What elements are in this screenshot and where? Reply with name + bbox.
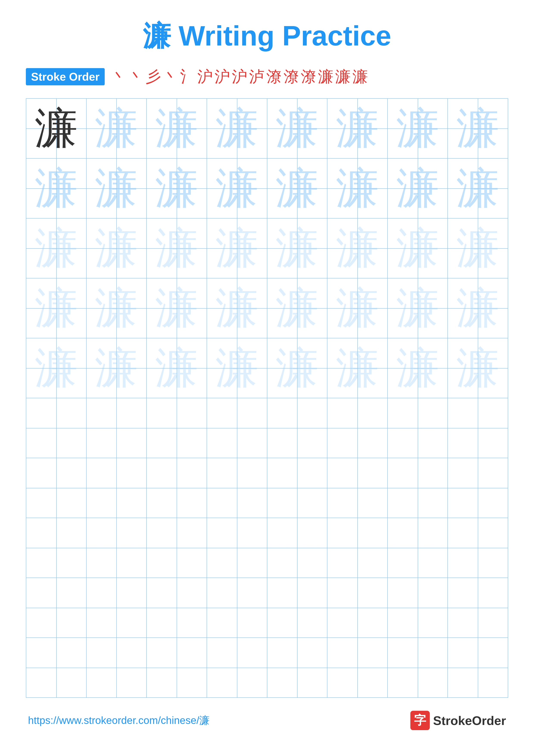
practice-char: 濂 <box>396 224 439 272</box>
grid-cell[interactable]: 濂 <box>207 218 267 278</box>
grid-cell[interactable] <box>87 638 147 698</box>
grid-cell[interactable]: 濂 <box>87 98 147 158</box>
grid-cell[interactable]: 濂 <box>388 98 448 158</box>
grid-cell[interactable] <box>267 638 327 698</box>
grid-cell[interactable] <box>87 578 147 638</box>
grid-cell[interactable]: 濂 <box>146 98 207 158</box>
practice-char: 濂 <box>275 164 318 212</box>
grid-cell[interactable]: 濂 <box>327 158 388 218</box>
practice-char: 濂 <box>336 224 379 272</box>
practice-char: 濂 <box>336 164 379 212</box>
grid-cell[interactable] <box>388 578 448 638</box>
practice-char: 濂 <box>275 224 318 272</box>
grid-cell[interactable] <box>26 518 87 578</box>
grid-cell[interactable]: 濂 <box>87 158 147 218</box>
grid-cell[interactable]: 濂 <box>26 278 87 338</box>
grid-cell[interactable]: 濂 <box>267 158 327 218</box>
grid-cell[interactable] <box>447 578 508 638</box>
grid-cell[interactable]: 濂 <box>327 338 388 398</box>
grid-cell[interactable] <box>207 518 267 578</box>
grid-cell[interactable]: 濂 <box>26 98 87 158</box>
grid-cell[interactable] <box>146 518 207 578</box>
grid-cell[interactable]: 濂 <box>146 158 207 218</box>
table-row <box>26 398 508 458</box>
grid-cell[interactable] <box>207 398 267 458</box>
grid-cell[interactable]: 濂 <box>388 338 448 398</box>
grid-cell[interactable]: 濂 <box>388 278 448 338</box>
grid-cell[interactable]: 濂 <box>327 218 388 278</box>
grid-cell[interactable] <box>447 398 508 458</box>
grid-cell[interactable]: 濂 <box>146 278 207 338</box>
footer-logo: 字 StrokeOrder <box>410 711 506 730</box>
grid-cell[interactable]: 濂 <box>327 98 388 158</box>
grid-cell[interactable]: 濂 <box>207 158 267 218</box>
grid-cell[interactable] <box>207 458 267 518</box>
grid-cell[interactable] <box>327 398 388 458</box>
grid-cell[interactable] <box>26 398 87 458</box>
grid-cell[interactable] <box>447 638 508 698</box>
grid-cell[interactable] <box>146 398 207 458</box>
grid-cell[interactable]: 濂 <box>447 218 508 278</box>
table-row <box>26 458 508 518</box>
grid-cell[interactable] <box>146 458 207 518</box>
practice-char: 濂 <box>456 284 499 332</box>
footer-url[interactable]: https://www.strokeorder.com/chinese/濂 <box>28 714 210 727</box>
table-row: 濂 濂 濂 濂 濂 濂 濂 濂 <box>26 158 508 218</box>
grid-cell[interactable] <box>327 578 388 638</box>
grid-cell[interactable] <box>87 518 147 578</box>
stroke-5: 氵 <box>180 69 195 85</box>
table-row: 濂 濂 濂 濂 濂 濂 濂 濂 <box>26 218 508 278</box>
grid-cell[interactable]: 濂 <box>26 338 87 398</box>
grid-cell[interactable] <box>207 638 267 698</box>
grid-cell[interactable] <box>267 518 327 578</box>
grid-cell[interactable] <box>388 458 448 518</box>
practice-char: 濂 <box>396 104 439 152</box>
grid-cell[interactable]: 濂 <box>447 158 508 218</box>
practice-char: 濂 <box>336 344 379 392</box>
grid-cell[interactable] <box>327 518 388 578</box>
grid-cell[interactable]: 濂 <box>87 338 147 398</box>
grid-cell[interactable] <box>388 398 448 458</box>
grid-cell[interactable] <box>388 518 448 578</box>
grid-cell[interactable] <box>327 638 388 698</box>
practice-char: 濂 <box>155 104 198 152</box>
grid-cell[interactable] <box>207 578 267 638</box>
grid-cell[interactable] <box>327 458 388 518</box>
grid-cell[interactable]: 濂 <box>267 338 327 398</box>
grid-cell[interactable]: 濂 <box>26 158 87 218</box>
grid-cell[interactable] <box>267 458 327 518</box>
grid-cell[interactable] <box>26 458 87 518</box>
grid-cell[interactable] <box>146 638 207 698</box>
grid-cell[interactable] <box>267 578 327 638</box>
grid-cell[interactable]: 濂 <box>267 218 327 278</box>
grid-cell[interactable] <box>87 398 147 458</box>
grid-cell[interactable]: 濂 <box>267 278 327 338</box>
grid-cell[interactable]: 濂 <box>207 278 267 338</box>
grid-cell[interactable] <box>267 398 327 458</box>
grid-cell[interactable]: 濂 <box>207 98 267 158</box>
table-row: 濂 濂 濂 濂 濂 濂 濂 濂 <box>26 98 508 158</box>
grid-cell[interactable]: 濂 <box>87 218 147 278</box>
grid-cell[interactable]: 濂 <box>447 98 508 158</box>
grid-cell[interactable] <box>146 578 207 638</box>
practice-char: 濂 <box>35 104 78 152</box>
grid-cell[interactable]: 濂 <box>207 338 267 398</box>
grid-cell[interactable]: 濂 <box>447 278 508 338</box>
grid-cell[interactable]: 濂 <box>267 98 327 158</box>
grid-cell[interactable]: 濂 <box>26 218 87 278</box>
grid-cell[interactable]: 濂 <box>388 158 448 218</box>
grid-cell[interactable]: 濂 <box>388 218 448 278</box>
grid-cell[interactable] <box>26 578 87 638</box>
practice-char: 濂 <box>396 344 439 392</box>
grid-cell[interactable]: 濂 <box>327 278 388 338</box>
grid-cell[interactable] <box>87 458 147 518</box>
grid-cell[interactable]: 濂 <box>146 218 207 278</box>
grid-cell[interactable] <box>447 458 508 518</box>
title-character: 濂 <box>143 20 171 51</box>
grid-cell[interactable] <box>26 638 87 698</box>
grid-cell[interactable] <box>388 638 448 698</box>
grid-cell[interactable]: 濂 <box>146 338 207 398</box>
grid-cell[interactable]: 濂 <box>447 338 508 398</box>
grid-cell[interactable]: 濂 <box>87 278 147 338</box>
grid-cell[interactable] <box>447 518 508 578</box>
